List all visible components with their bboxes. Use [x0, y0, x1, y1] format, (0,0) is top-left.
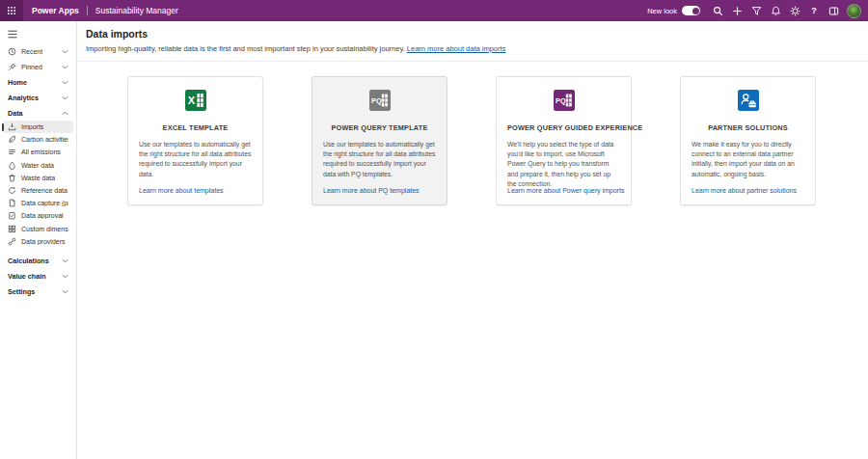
learn-more-partner-solutions-link[interactable]: Learn more about partner solutions [692, 187, 797, 194]
bell-icon [771, 6, 781, 16]
sidebar-item-carbon-activities[interactable]: Carbon activities [3, 133, 73, 146]
pq-gray-icon: PQ [369, 90, 391, 111]
excel-icon: X [185, 90, 206, 111]
card-title: PARTNER SOLUTIONS [692, 123, 804, 132]
sidebar-item-label: Custom dimensions [21, 226, 68, 232]
notifications-button[interactable] [766, 0, 785, 21]
sidebar-group-label: Settings [8, 287, 35, 296]
app-launcher-button[interactable] [0, 0, 23, 21]
grid-icon [8, 225, 16, 233]
sidebar-item-data-providers[interactable]: Data providers [3, 235, 73, 248]
app-name[interactable]: Power Apps [32, 6, 79, 15]
card-description: Use our templates to automatically get t… [323, 140, 436, 179]
card-title: EXCEL TEMPLATE [139, 123, 252, 132]
topbar-divider [87, 6, 88, 15]
pq-purple-icon: PQ [554, 90, 575, 111]
chevron-down-icon [62, 289, 68, 294]
chevron-down-icon [62, 49, 68, 54]
help-button[interactable]: ? [804, 0, 824, 21]
sidebar-group-label: Calculations [8, 256, 49, 265]
topbar-actions: New look [647, 0, 868, 21]
emissions-icon [8, 148, 16, 156]
sidebar-item-data-approval[interactable]: Data approval [3, 209, 73, 222]
sidebar-group-label: Value chain [8, 272, 46, 281]
main-content: Data imports Importing high-quality, rel… [77, 21, 868, 459]
sidebar-group-settings[interactable]: Settings [3, 284, 73, 300]
page-header: Data imports Importing high-quality, rel… [77, 21, 868, 62]
learn-more-power-query-imports-link[interactable]: Learn more about Power query imports [507, 187, 624, 194]
waffle-icon [7, 2, 16, 19]
svg-text:X: X [187, 94, 195, 106]
card-excel-template[interactable]: X EXCEL TEMPLATE Use our templates to au… [127, 76, 263, 205]
user-avatar[interactable] [847, 4, 861, 18]
svg-text:PQ: PQ [371, 96, 382, 105]
sidebar-item-label: Pinned [21, 64, 42, 70]
filter-icon [751, 6, 762, 16]
sidebar-item-data-capture[interactable]: Data capture (preview) [3, 197, 73, 209]
page-subtitle: Importing high-quality, reliable data is… [86, 44, 858, 53]
sidebar-group-label: Analytics [8, 94, 39, 102]
sidebar-item-all-emissions[interactable]: All emissions [3, 146, 73, 158]
import-icon [8, 122, 16, 131]
search-button[interactable] [708, 0, 727, 21]
learn-more-pq-templates-link[interactable]: Learn more about PQ templates [323, 187, 420, 194]
sidebar-item-water-data[interactable]: Water data [3, 159, 73, 172]
environment-name[interactable]: Sustainability Manager [95, 6, 178, 15]
card-power-query-guided-experience[interactable]: PQ POWER QUERY GUIDED EXPERIENCE We'll h… [496, 76, 632, 205]
page-title: Data imports [86, 28, 858, 40]
sidebar-group-home[interactable]: Home [3, 74, 73, 90]
sidebar-item-recent[interactable]: Recent [3, 43, 73, 59]
sidebar-group-value-chain[interactable]: Value chain [3, 269, 73, 284]
learn-more-data-imports-link[interactable]: Learn more about data imports [407, 44, 506, 53]
card-partner-solutions[interactable]: PARTNER SOLUTIONS We make it easy for yo… [680, 76, 816, 205]
gear-icon [790, 6, 800, 16]
new-look-toggle[interactable] [682, 6, 700, 15]
providers-icon [8, 237, 16, 246]
sidebar-item-label: Reference data [21, 187, 68, 194]
side-panes-button[interactable] [824, 0, 843, 21]
leaf-icon [8, 135, 16, 144]
sidebar-group-label: Home [8, 78, 27, 87]
card-title: POWER QUERY TEMPLATE [323, 123, 436, 132]
sidebar-item-label: Waste data [21, 175, 55, 181]
subtitle-text: Importing high-quality, reliable data is… [86, 44, 405, 53]
sitemap-collapse-button[interactable] [0, 26, 76, 40]
sidebar-item-reference-data[interactable]: Reference data [3, 184, 73, 197]
search-icon [713, 6, 723, 16]
sidebar: Recent Pinned Home Analytics [0, 21, 77, 459]
card-description: We make it easy for you to directly conn… [692, 140, 804, 179]
chevron-down-icon [62, 65, 68, 69]
sidebar-item-custom-dimensions[interactable]: Custom dimensions [3, 223, 73, 235]
refresh-icon [8, 186, 16, 195]
sidebar-group-label: Data [8, 109, 23, 118]
filter-button[interactable] [746, 0, 766, 21]
chevron-down-icon [62, 80, 68, 85]
chevron-down-icon [62, 95, 68, 100]
sidebar-group-data[interactable]: Data [3, 105, 73, 121]
trash-icon [8, 174, 16, 182]
settings-button[interactable] [785, 0, 804, 21]
droplet-icon [8, 161, 16, 170]
chevron-down-icon [62, 258, 68, 263]
quick-create-button[interactable] [727, 0, 746, 21]
sidebar-spacer [0, 248, 76, 254]
page-layout: Recent Pinned Home Analytics [0, 21, 868, 459]
sidebar-item-label: Carbon activities [21, 136, 68, 143]
clock-icon [8, 47, 16, 56]
sidebar-item-imports[interactable]: Imports [3, 121, 73, 133]
card-power-query-template[interactable]: PQ POWER QUERY TEMPLATE Use our template… [312, 76, 448, 205]
card-title: POWER QUERY GUIDED EXPERIENCE [507, 123, 620, 132]
sidebar-item-label: Recent [21, 48, 42, 55]
import-option-cards: X EXCEL TEMPLATE Use our templates to au… [127, 76, 868, 205]
document-icon [8, 199, 16, 207]
sidebar-item-label: Data approval [21, 212, 64, 219]
sidebar-item-waste-data[interactable]: Waste data [3, 172, 73, 184]
hamburger-icon [8, 25, 17, 42]
sidebar-item-pinned[interactable]: Pinned [3, 59, 73, 74]
svg-text:PQ: PQ [556, 96, 566, 105]
pin-icon [8, 63, 16, 71]
sidebar-group-analytics[interactable]: Analytics [3, 90, 73, 105]
sidebar-group-calculations[interactable]: Calculations [3, 254, 73, 269]
learn-more-templates-link[interactable]: Learn more about templates [139, 187, 224, 194]
chevron-down-icon [62, 274, 68, 279]
